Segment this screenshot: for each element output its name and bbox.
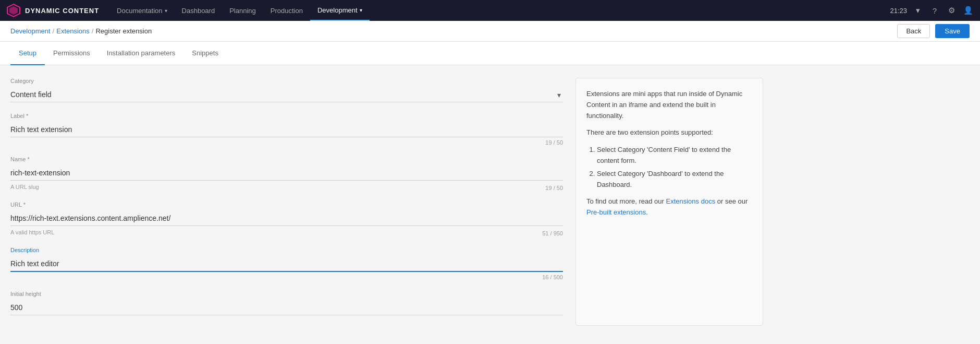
url-field-group: URL A valid https URL 51 / 950 — [10, 201, 563, 236]
info-list: Select Category 'Content Field' to exten… — [586, 145, 752, 190]
tab-installation-parameters[interactable]: Installation parameters — [99, 42, 184, 65]
info-para2: There are two extension points supported… — [586, 127, 752, 138]
category-label: Category — [10, 78, 563, 84]
info-para3-post: . — [646, 208, 648, 216]
height-field-group: Initial height — [10, 291, 563, 315]
label-counter: 19 / 50 — [10, 139, 563, 146]
name-hint: A URL slug — [10, 184, 39, 191]
category-select[interactable]: Content field — [10, 87, 563, 102]
info-panel: Extensions are mini apps that run inside… — [575, 78, 763, 326]
height-label: Initial height — [10, 291, 563, 297]
breadcrumb-extensions[interactable]: Extensions — [56, 27, 90, 35]
label-field-group: Label 19 / 50 — [10, 113, 563, 146]
breadcrumb-bar: Development / Extensions / Register exte… — [0, 21, 980, 42]
height-input[interactable] — [10, 300, 563, 315]
nav-items: Documentation ▾ Dashboard Planning Produ… — [109, 0, 890, 21]
pre-built-extensions-link[interactable]: Pre-built extensions — [586, 208, 646, 216]
info-para1: Extensions are mini apps that run inside… — [586, 89, 752, 121]
chevron-down-icon: ▾ — [360, 7, 362, 13]
form-panel: Category Content field ▾ Label 19 / 50 N… — [10, 78, 563, 326]
nav-development[interactable]: Development ▾ — [310, 0, 370, 21]
tabs-bar: Setup Permissions Installation parameter… — [0, 42, 980, 65]
url-input[interactable] — [10, 211, 563, 226]
chevron-down-icon: ▾ — [165, 8, 167, 14]
name-field-label: Name — [10, 156, 563, 162]
url-hint: A valid https URL — [10, 229, 54, 236]
label-input[interactable] — [10, 122, 563, 137]
save-button[interactable]: Save — [935, 24, 970, 38]
label-field-label: Label — [10, 113, 563, 119]
info-para3-pre: To find out more, read our — [586, 197, 666, 205]
settings-icon[interactable]: ⚙ — [946, 5, 957, 16]
breadcrumb-sep-2: / — [92, 27, 94, 35]
chevron-down-icon[interactable]: ▾ — [912, 5, 924, 16]
breadcrumb-development[interactable]: Development — [10, 27, 51, 35]
url-counter: 51 / 950 — [542, 230, 563, 236]
tab-setup[interactable]: Setup — [10, 42, 45, 65]
breadcrumb-actions: Back Save — [897, 24, 970, 38]
brand-name: DYNAMIC CONTENT — [25, 7, 99, 15]
category-select-wrapper: Content field ▾ — [10, 87, 563, 102]
tab-snippets[interactable]: Snippets — [183, 42, 227, 65]
description-field-group: Description 16 / 500 — [10, 247, 563, 280]
info-para3-mid: or see our — [715, 197, 748, 205]
name-counter: 19 / 50 — [545, 185, 563, 191]
help-icon[interactable]: ? — [929, 5, 940, 16]
top-navigation: DYNAMIC CONTENT Documentation ▾ Dashboar… — [0, 0, 980, 21]
nav-documentation[interactable]: Documentation ▾ — [109, 0, 174, 21]
breadcrumb: Development / Extensions / Register exte… — [10, 27, 152, 35]
nav-right: 21:23 ▾ ? ⚙ 👤 — [890, 5, 974, 16]
nav-dashboard[interactable]: Dashboard — [175, 0, 223, 21]
brand: DYNAMIC CONTENT — [6, 3, 99, 18]
main-content: Category Content field ▾ Label 19 / 50 N… — [0, 65, 980, 338]
breadcrumb-current: Register extension — [95, 27, 152, 35]
info-para3: To find out more, read our Extensions do… — [586, 196, 752, 218]
description-label: Description — [10, 247, 563, 253]
description-counter: 16 / 500 — [10, 274, 563, 280]
extensions-docs-link[interactable]: Extensions docs — [666, 197, 715, 205]
tab-permissions[interactable]: Permissions — [45, 42, 99, 65]
info-list-item-2: Select Category 'Dashboard' to extend th… — [597, 169, 752, 191]
nav-planning[interactable]: Planning — [222, 0, 263, 21]
user-icon[interactable]: 👤 — [962, 5, 974, 16]
category-field-group: Category Content field ▾ — [10, 78, 563, 102]
name-field-group: Name A URL slug 19 / 50 — [10, 156, 563, 191]
description-input[interactable] — [10, 256, 563, 272]
breadcrumb-sep-1: / — [53, 27, 55, 35]
info-list-item-1: Select Category 'Content Field' to exten… — [597, 145, 752, 167]
brand-logo — [6, 3, 21, 18]
name-input[interactable] — [10, 165, 563, 181]
url-field-label: URL — [10, 201, 563, 208]
nav-time: 21:23 — [890, 7, 907, 15]
nav-production[interactable]: Production — [263, 0, 310, 21]
back-button[interactable]: Back — [897, 24, 930, 38]
svg-marker-1 — [9, 6, 18, 15]
